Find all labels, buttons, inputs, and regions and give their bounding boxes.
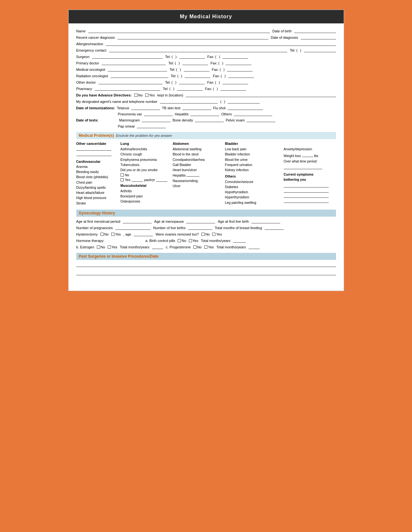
hyst-age-field[interactable] xyxy=(134,232,153,236)
bone-density-field[interactable] xyxy=(195,118,224,122)
name-field[interactable] xyxy=(88,29,270,33)
med-onc-tel-field[interactable] xyxy=(184,67,209,71)
bc-yes-box[interactable] xyxy=(189,239,192,242)
tests-section: Date of tests: Mammogram Bone density Pe… xyxy=(76,118,336,128)
surgery-line1[interactable] xyxy=(76,262,336,267)
rad-oncologist-row: Radiation oncologist Tel: ( ) Fax: ( ) xyxy=(76,73,336,78)
pharmacy-fax-field[interactable] xyxy=(220,86,246,91)
smoke-yes-checkbox[interactable] xyxy=(121,178,124,181)
pharmacy-tel-field[interactable] xyxy=(177,86,203,91)
kidney-infection-item: Kidney infection xyxy=(225,167,281,172)
yes-checkbox-box[interactable] xyxy=(145,94,148,97)
hyst-yes-box[interactable] xyxy=(111,233,114,236)
pharmacy-field[interactable] xyxy=(95,86,160,91)
ovaries-yes[interactable]: Yes xyxy=(212,232,222,236)
med-onc-fax-field[interactable] xyxy=(227,67,253,71)
bc-no[interactable]: No xyxy=(178,239,186,243)
allergies-field[interactable] xyxy=(106,41,336,46)
smoke-no-checkbox[interactable] xyxy=(121,173,124,177)
designated-agent-tel-field[interactable] xyxy=(228,99,260,104)
tetanus-field[interactable] xyxy=(131,105,160,110)
rad-onc-fax-field[interactable] xyxy=(228,73,254,78)
weight-loss-field[interactable] xyxy=(302,153,313,157)
breastfeeding-field[interactable] xyxy=(265,226,284,230)
ovaries-removed-label: Were ovaries removed too? xyxy=(156,232,199,236)
bc-months-field[interactable] xyxy=(233,238,246,243)
mammogram-field[interactable] xyxy=(142,118,171,122)
prog-no[interactable]: No xyxy=(193,245,202,249)
date-diagnosis-field[interactable] xyxy=(301,35,336,39)
page-title: My Medical History xyxy=(180,14,232,19)
primary-doctor-row: Primary doctor Tel: ( ) Fax: ( ) xyxy=(76,61,336,65)
rad-oncologist-field[interactable] xyxy=(111,73,168,78)
time-period-line1[interactable] xyxy=(284,165,322,169)
rad-oncologist-label: Radiation oncologist xyxy=(76,74,108,78)
surgeon-field[interactable] xyxy=(92,54,163,59)
pelvic-exam-field[interactable] xyxy=(247,118,275,122)
hepatitis-field[interactable] xyxy=(190,112,219,116)
anxiety-item: Anxiety/depression xyxy=(284,146,341,152)
prog-no-box[interactable] xyxy=(193,245,197,249)
prog-months-field[interactable] xyxy=(248,245,260,249)
bone-joint-item: Bone/joint pain xyxy=(121,194,170,199)
emergency-tel-field[interactable] xyxy=(304,48,336,52)
symptom-line3[interactable] xyxy=(284,194,329,198)
other-doc-tel-field[interactable] xyxy=(179,80,205,84)
bc-yes[interactable]: Yes xyxy=(189,239,198,243)
others-field[interactable] xyxy=(234,112,272,116)
prog-yes[interactable]: Yes xyxy=(204,245,214,249)
surgeon-tel-field[interactable] xyxy=(179,54,205,59)
primary-fax-field[interactable] xyxy=(226,61,251,65)
cancer-field[interactable] xyxy=(117,35,268,39)
col1-title: Other cancer/date xyxy=(76,142,118,145)
bc-no-box[interactable] xyxy=(178,239,181,242)
ovaries-no[interactable]: No xyxy=(201,232,210,236)
kept-in-field[interactable] xyxy=(186,93,336,97)
emergency-field[interactable] xyxy=(109,48,287,52)
tb-field[interactable] xyxy=(182,105,211,110)
advance-yes-checkbox[interactable]: Yes xyxy=(145,93,155,97)
pack-yr-value-field[interactable] xyxy=(156,178,167,182)
pregnancies-field[interactable] xyxy=(115,226,151,230)
estr-no[interactable]: No xyxy=(97,245,105,249)
designated-agent-field[interactable] xyxy=(160,99,218,104)
blood-clots-item: Blood clots (phlebitis) xyxy=(76,174,118,179)
primary-doctor-field[interactable] xyxy=(102,61,166,65)
convulsion-item: Convulsion/seizure xyxy=(225,179,281,184)
pap-smear-field[interactable] xyxy=(137,124,166,128)
estr-no-box[interactable] xyxy=(97,245,100,249)
estr-yes-box[interactable] xyxy=(108,245,111,249)
other-doc-fax-field[interactable] xyxy=(223,80,248,84)
surgery-line2[interactable] xyxy=(76,271,336,275)
hyst-no-box[interactable] xyxy=(100,233,104,236)
med-oncologist-field[interactable] xyxy=(108,67,167,71)
first-live-birth-field[interactable] xyxy=(251,219,280,223)
immunizations-section: Date of immunizations: Tetanus TB skin t… xyxy=(76,105,336,116)
ovaries-yes-box[interactable] xyxy=(212,233,215,236)
estr-yes[interactable]: Yes xyxy=(108,245,117,249)
col-other-cancer: Other cancer/date Cardiovascular Anemia … xyxy=(76,142,118,206)
first-menstrual-field[interactable] xyxy=(123,219,152,223)
estr-months-field[interactable] xyxy=(152,245,163,249)
no-checkbox-box[interactable] xyxy=(134,94,138,97)
hyst-yes[interactable]: Yes xyxy=(111,232,121,236)
menopause-field[interactable] xyxy=(186,219,215,223)
prog-yes-box[interactable] xyxy=(204,245,207,249)
other-doctor-field[interactable] xyxy=(98,80,163,84)
live-births-field[interactable] xyxy=(188,226,212,230)
date-diagnosis-label: Date of diagnosis xyxy=(271,36,298,39)
pack-yr-field[interactable] xyxy=(132,178,143,182)
symptom-line2[interactable] xyxy=(284,188,329,193)
symptom-line1[interactable] xyxy=(284,183,329,187)
primary-tel-field[interactable] xyxy=(182,61,208,65)
advance-no-checkbox[interactable]: No xyxy=(134,93,143,97)
flu-field[interactable] xyxy=(228,105,263,110)
pneumonia-field[interactable] xyxy=(144,112,173,116)
rad-onc-tel-field[interactable] xyxy=(185,73,210,78)
immunizations-row2: Pneumonia vac Hepatitis Others xyxy=(76,112,336,116)
symptom-line4[interactable] xyxy=(284,199,329,203)
dob-field[interactable] xyxy=(294,29,336,33)
ovaries-no-box[interactable] xyxy=(201,233,205,236)
surgeon-fax-field[interactable] xyxy=(223,54,248,59)
hyst-no[interactable]: No xyxy=(100,232,109,236)
